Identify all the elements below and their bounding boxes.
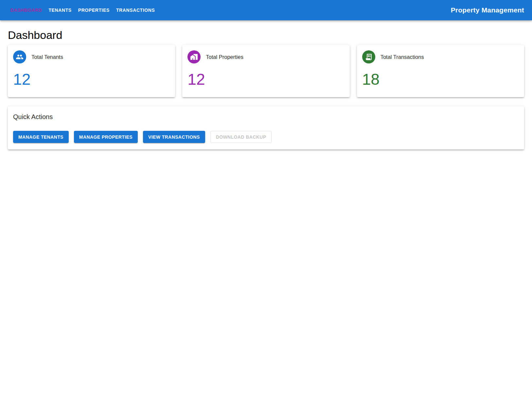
stat-header: Total Transactions (362, 50, 519, 63)
stat-label-transactions: Total Transactions (381, 54, 424, 60)
quick-actions-title: Quick Actions (13, 113, 519, 121)
main-nav: DASHBOARD TENANTS PROPERTIES TRANSACTION… (8, 6, 157, 15)
stat-card-transactions: Total Transactions 18 (357, 45, 524, 97)
receipt-long-icon (362, 50, 375, 63)
stat-value-properties: 12 (187, 70, 344, 89)
page-root: DASHBOARD TENANTS PROPERTIES TRANSACTION… (0, 0, 532, 400)
nav-item-tenants[interactable]: TENANTS (46, 6, 74, 15)
quick-actions-card: Quick Actions MANAGE TENANTS MANAGE PROP… (8, 106, 524, 149)
nav-item-properties[interactable]: PROPERTIES (76, 6, 112, 15)
download-backup-button[interactable]: DOWNLOAD BACKUP (210, 131, 272, 143)
stats-row: Total Tenants 12 Total Properties 12 (8, 45, 524, 97)
view-transactions-button[interactable]: VIEW TRANSACTIONS (143, 131, 205, 143)
stat-value-tenants: 12 (13, 70, 170, 89)
page-title: Dashboard (8, 28, 524, 42)
nav-item-dashboard[interactable]: DASHBOARD (8, 6, 44, 15)
stat-card-properties: Total Properties 12 (182, 45, 349, 97)
stat-header: Total Properties (187, 50, 344, 63)
stat-label-properties: Total Properties (206, 54, 243, 60)
home-work-icon (187, 50, 201, 63)
app-bar: DASHBOARD TENANTS PROPERTIES TRANSACTION… (0, 0, 532, 20)
app-title: Property Management (451, 6, 524, 14)
nav-item-transactions[interactable]: TRANSACTIONS (114, 6, 157, 15)
manage-tenants-button[interactable]: MANAGE TENANTS (13, 131, 69, 143)
stat-header: Total Tenants (13, 50, 170, 63)
stat-value-transactions: 18 (362, 70, 519, 89)
manage-properties-button[interactable]: MANAGE PROPERTIES (74, 131, 138, 143)
stat-label-tenants: Total Tenants (31, 54, 63, 60)
main-content: Dashboard Total Tenants 12 (0, 20, 532, 157)
people-icon (13, 50, 26, 63)
quick-actions-buttons: MANAGE TENANTS MANAGE PROPERTIES VIEW TR… (13, 131, 519, 143)
stat-card-tenants: Total Tenants 12 (8, 45, 175, 97)
